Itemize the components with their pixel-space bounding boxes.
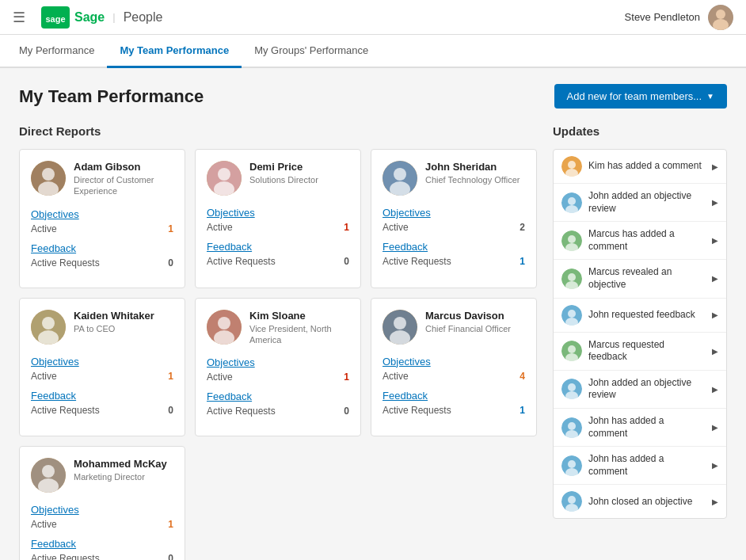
tab-my-groups-performance[interactable]: My Groups' Performance [242, 35, 381, 68]
feedback-status-kaiden-whitaker: Active Requests [31, 405, 100, 416]
feedback-link-kaiden-whitaker[interactable]: Feedback [31, 390, 173, 402]
objectives-link-demi-price[interactable]: Objectives [207, 207, 349, 219]
objectives-link-kaiden-whitaker[interactable]: Objectives [31, 356, 173, 368]
hamburger-icon[interactable]: ☰ [13, 9, 25, 26]
update-item-u3[interactable]: Marcus has added a comment ▶ [554, 222, 726, 260]
card-header-kim-sloane: Kim Sloane Vice President, North America [207, 310, 349, 346]
content-area: Direct Reports Adam Gibson Director of C… [19, 124, 727, 560]
add-new-label: Add new for team members... [567, 90, 702, 102]
update-arrow-icon-u4: ▶ [712, 274, 718, 283]
update-arrow-icon-u1: ▶ [712, 162, 718, 171]
logo-people-text: People [124, 10, 163, 25]
card-name-john-sheridan: John Sheridan [425, 161, 520, 173]
update-item-u9[interactable]: John has added a comment ▶ [554, 447, 726, 485]
header: ☰ sage Sage | People Steve Pendleton [0, 0, 746, 35]
svg-point-45 [568, 383, 576, 391]
update-text-u1: Kim has added a comment [588, 160, 706, 173]
update-avatar-u10 [561, 491, 582, 512]
update-item-u5[interactable]: John requested feedback ▶ [554, 299, 726, 333]
card-header-marcus-davison: Marcus Davison Chief Financial Officer [383, 310, 525, 345]
svg-point-36 [568, 273, 576, 281]
feedback-status-mohammed-mckay: Active Requests [31, 553, 100, 560]
objectives-count-demi-price: 1 [344, 222, 349, 233]
update-arrow-icon-u5: ▶ [712, 310, 718, 319]
sage-leaf-icon: sage [41, 6, 70, 29]
updates-list: Kim has added a comment ▶ John added an … [553, 149, 727, 519]
update-text-u4: Marcus revealed an objective [588, 266, 706, 291]
main-content: My Team Performance Add new for team mem… [0, 68, 746, 560]
update-avatar-u8 [561, 417, 582, 438]
update-text-u2: John added an objective review [588, 190, 706, 215]
update-item-u7[interactable]: John added an objective review ▶ [554, 371, 726, 409]
update-avatar-u3 [561, 230, 582, 251]
feedback-count-marcus-davison: 1 [520, 405, 525, 416]
objectives-status-adam-gibson: Active [31, 223, 57, 234]
tab-my-performance[interactable]: My Performance [6, 35, 107, 68]
objectives-status-kim-sloane: Active [207, 371, 233, 383]
svg-point-30 [568, 197, 576, 205]
objectives-link-adam-gibson[interactable]: Objectives [31, 208, 173, 220]
objectives-count-kim-sloane: 1 [344, 371, 349, 383]
objectives-count-marcus-davison: 4 [520, 371, 525, 382]
objectives-link-marcus-davison[interactable]: Objectives [383, 356, 525, 368]
feedback-link-mohammed-mckay[interactable]: Feedback [31, 538, 173, 550]
updates-panel: Updates Kim has added a comment ▶ John a… [553, 124, 727, 560]
feedback-count-kim-sloane: 0 [344, 406, 349, 417]
nav-tabs: My Performance My Team Performance My Gr… [0, 35, 746, 68]
cards-row-1: Adam Gibson Director of Customer Experie… [19, 149, 537, 288]
feedback-status-kim-sloane: Active Requests [207, 406, 276, 417]
objectives-link-kim-sloane[interactable]: Objectives [207, 356, 349, 368]
avatar-kim-sloane [207, 310, 242, 345]
svg-point-39 [568, 310, 576, 318]
card-objectives-adam-gibson: Objectives Active 1 [31, 208, 173, 234]
update-text-u6: Marcus requested feedback [588, 339, 706, 364]
update-item-u6[interactable]: Marcus requested feedback ▶ [554, 333, 726, 371]
objectives-link-mohammed-mckay[interactable]: Objectives [31, 504, 173, 516]
employee-card-kaiden-whitaker: Kaiden Whitaker PA to CEO Objectives Act… [19, 298, 185, 437]
feedback-link-john-sheridan[interactable]: Feedback [383, 241, 525, 253]
add-new-button[interactable]: Add new for team members... ▼ [554, 84, 727, 109]
card-feedback-demi-price: Feedback Active Requests 0 [207, 241, 349, 267]
card-feedback-marcus-davison: Feedback Active Requests 1 [383, 390, 525, 416]
card-name-adam-gibson: Adam Gibson [74, 161, 173, 173]
avatar-marcus-davison [383, 310, 417, 345]
update-avatar-u6 [561, 341, 582, 361]
feedback-count-demi-price: 0 [344, 256, 349, 267]
update-text-u10: John closed an objective [588, 496, 706, 509]
update-text-u7: John added an objective review [588, 377, 706, 402]
page-header: My Team Performance Add new for team mem… [19, 84, 727, 109]
svg-text:sage: sage [45, 14, 65, 24]
update-item-u2[interactable]: John added an objective review ▶ [554, 184, 726, 222]
update-item-u4[interactable]: Marcus revealed an objective ▶ [554, 260, 726, 298]
card-role-john-sheridan: Chief Technology Officer [425, 174, 520, 185]
objectives-count-kaiden-whitaker: 1 [168, 371, 173, 382]
update-avatar-u1 [561, 156, 582, 177]
card-header-john-sheridan: John Sheridan Chief Technology Officer [383, 161, 525, 196]
header-right: Steve Pendleton [625, 5, 733, 30]
feedback-status-marcus-davison: Active Requests [383, 405, 451, 416]
card-header-mohammed-mckay: Mohammed McKay Marketing Director [31, 458, 173, 493]
feedback-link-marcus-davison[interactable]: Feedback [383, 390, 525, 402]
employee-card-kim-sloane: Kim Sloane Vice President, North America… [195, 298, 361, 437]
user-name: Steve Pendleton [625, 11, 700, 23]
feedback-link-demi-price[interactable]: Feedback [207, 241, 349, 253]
card-feedback-adam-gibson: Feedback Active Requests 0 [31, 242, 173, 269]
feedback-link-kim-sloane[interactable]: Feedback [207, 390, 349, 402]
card-name-demi-price: Demi Price [249, 161, 318, 173]
cards-row-3: Mohammed McKay Marketing Director Object… [19, 446, 537, 560]
update-item-u8[interactable]: John has added a comment ▶ [554, 409, 726, 447]
feedback-status-john-sheridan: Active Requests [383, 256, 451, 267]
card-header-kaiden-whitaker: Kaiden Whitaker PA to CEO [31, 310, 173, 345]
objectives-link-john-sheridan[interactable]: Objectives [383, 207, 525, 219]
update-text-u9: John has added a comment [588, 453, 706, 478]
feedback-link-adam-gibson[interactable]: Feedback [31, 242, 173, 254]
employee-card-john-sheridan: John Sheridan Chief Technology Officer O… [371, 149, 537, 288]
update-item-u10[interactable]: John closed an objective ▶ [554, 485, 726, 518]
update-item-u1[interactable]: Kim has added a comment ▶ [554, 150, 726, 184]
employee-card-mohammed-mckay: Mohammed McKay Marketing Director Object… [19, 446, 185, 560]
update-arrow-icon-u10: ▶ [712, 497, 718, 506]
card-feedback-john-sheridan: Feedback Active Requests 1 [383, 241, 525, 267]
direct-reports-section: Direct Reports Adam Gibson Director of C… [19, 124, 537, 560]
page-title: My Team Performance [19, 86, 204, 107]
tab-my-team-performance[interactable]: My Team Performance [107, 35, 242, 68]
